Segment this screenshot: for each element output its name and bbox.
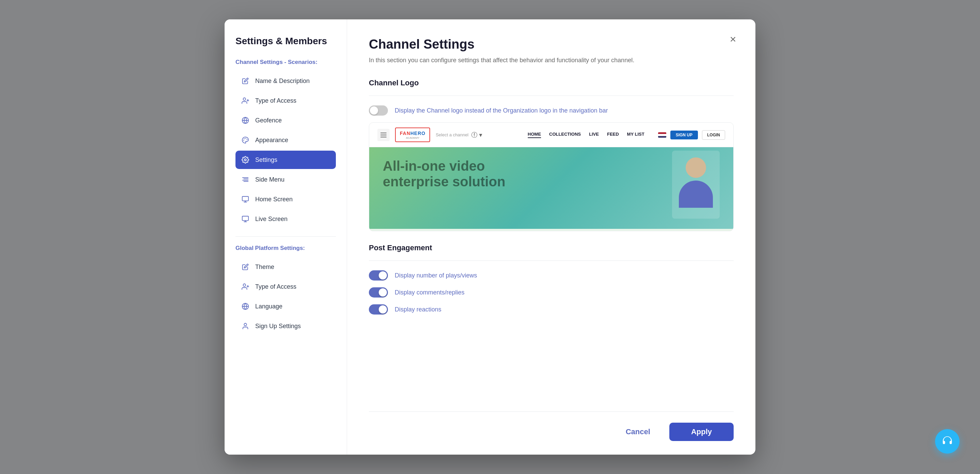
- headset-icon: [942, 436, 953, 447]
- sidebar-item-label: Type of Access: [255, 283, 296, 290]
- person-body: [679, 181, 713, 208]
- svg-point-20: [243, 284, 246, 286]
- preview-hero-person: [672, 151, 720, 219]
- plays-views-toggle[interactable]: [369, 270, 388, 281]
- preview-nav: FANHERO ACADEMY Select a channel ⓕ ▾: [369, 123, 733, 147]
- sidebar-title: Settings & Members: [235, 36, 336, 47]
- channel-logo-toggle-label: Display the Channel logo instead of the …: [395, 107, 608, 114]
- svg-point-7: [244, 138, 244, 139]
- nav-link-mylist: MY LIST: [627, 132, 644, 138]
- sidebar-item-appearance[interactable]: Appearance: [235, 131, 336, 149]
- post-engagement-divider: [369, 260, 733, 261]
- comments-replies-toggle[interactable]: [369, 287, 388, 298]
- sidebar-item-signup-settings[interactable]: Sign Up Settings: [235, 317, 336, 335]
- preview-hamburger-icon: [377, 129, 390, 141]
- logo-fan: FAN: [400, 131, 410, 136]
- preview-hero-text: All-in-one video enterprise solution: [383, 158, 720, 189]
- sidebar-item-type-of-access[interactable]: Type of Access: [235, 92, 336, 110]
- preview-hero-section: All-in-one video enterprise solution: [369, 147, 733, 229]
- hero-line-1: All-in-one video: [383, 158, 720, 174]
- sidebar-item-label: Type of Access: [255, 97, 296, 105]
- svg-rect-17: [242, 216, 248, 221]
- sidebar-item-label: Language: [255, 303, 282, 310]
- channel-icon-placeholder: ⓕ ▾: [471, 131, 482, 139]
- reactions-label: Display reactions: [395, 306, 441, 313]
- language-globe-icon: [241, 302, 250, 311]
- preview-channel-select: Select a channel ⓕ ▾: [436, 131, 482, 139]
- hamburger-lines: [380, 133, 387, 137]
- sidebar-item-label: Live Screen: [255, 216, 288, 223]
- toggle-slider: [369, 287, 388, 298]
- sidebar-item-label: Appearance: [255, 137, 288, 144]
- gear-icon: [241, 155, 250, 164]
- comments-replies-label: Display comments/replies: [395, 289, 465, 296]
- plays-views-label: Display number of plays/views: [395, 272, 477, 279]
- sidebar-item-global-type-of-access[interactable]: Type of Access: [235, 277, 336, 296]
- post-engagement-title: Post Engagement: [369, 243, 733, 252]
- svg-point-6: [247, 140, 247, 140]
- channel-preview-box: FANHERO ACADEMY Select a channel ⓕ ▾: [369, 122, 733, 231]
- cancel-button[interactable]: Cancel: [615, 423, 661, 441]
- sidebar-item-name-description[interactable]: Name & Description: [235, 72, 336, 90]
- sidebar-item-settings[interactable]: Settings: [235, 151, 336, 169]
- sidebar-item-geofence[interactable]: Geofence: [235, 111, 336, 130]
- sidebar-item-language[interactable]: Language: [235, 297, 336, 315]
- toggle-slider: [369, 304, 388, 314]
- support-button[interactable]: [935, 429, 959, 453]
- modal-overlay: Settings & Members Channel Settings - Sc…: [0, 0, 980, 474]
- preview-logo-text: FANHERO ACADEMY: [400, 130, 425, 140]
- modal-title: Channel Settings: [369, 37, 733, 52]
- people-plus-icon: [241, 96, 250, 105]
- svg-point-0: [243, 98, 246, 100]
- hero-line-2: enterprise solution: [383, 174, 720, 189]
- monitor-icon: [241, 195, 250, 204]
- svg-point-25: [244, 323, 247, 326]
- plays-views-toggle-row: Display number of plays/views: [369, 270, 733, 281]
- preview-signup-button: SIGN UP: [670, 131, 698, 140]
- content-area: Channel Logo Display the Channel logo in…: [369, 79, 733, 403]
- sidebar-item-label: Geofence: [255, 117, 282, 124]
- svg-rect-14: [242, 197, 248, 201]
- global-section-label: Global Platform Settings:: [235, 245, 336, 252]
- sidebar-item-label: Name & Description: [255, 78, 310, 85]
- comments-replies-toggle-row: Display comments/replies: [369, 287, 733, 298]
- preview-login-button: LOGIN: [702, 130, 725, 140]
- channel-select-label: Select a channel: [436, 132, 468, 137]
- monitor-play-icon: [241, 214, 250, 224]
- preview-logo-fan-hero: FANHERO: [400, 131, 425, 136]
- nav-link-feed: FEED: [607, 132, 619, 138]
- nav-link-collections: COLLECTIONS: [549, 132, 581, 138]
- sidebar-item-side-menu[interactable]: Side Menu: [235, 170, 336, 189]
- apply-button[interactable]: Apply: [669, 423, 733, 441]
- toggle-slider: [369, 270, 388, 281]
- preview-logo: FANHERO ACADEMY: [395, 127, 430, 142]
- settings-modal: Settings & Members Channel Settings - Sc…: [224, 19, 756, 455]
- reactions-toggle-row: Display reactions: [369, 304, 733, 314]
- close-button[interactable]: ×: [724, 30, 742, 48]
- person-icon: [241, 322, 250, 331]
- theme-pencil-icon: [241, 263, 250, 271]
- channel-logo-toggle-row: Display the Channel logo instead of the …: [369, 105, 733, 116]
- nav-link-live: LIVE: [589, 132, 599, 138]
- channel-logo-toggle[interactable]: [369, 105, 388, 116]
- preview-flag: [658, 132, 666, 138]
- sidebar-item-label: Theme: [255, 263, 274, 271]
- channel-section-label: Channel Settings - Scenarios:: [235, 59, 336, 66]
- modal-subtitle: In this section you can configure settin…: [369, 56, 733, 65]
- sidebar-item-label: Side Menu: [255, 176, 285, 183]
- sidebar-item-theme[interactable]: Theme: [235, 258, 336, 276]
- globe-icon: [241, 116, 250, 125]
- sidebar-item-label: Home Screen: [255, 196, 293, 203]
- logo-hero: HERO: [410, 131, 425, 136]
- sidebar-item-label: Settings: [255, 156, 277, 163]
- pencil-icon: [241, 76, 250, 86]
- svg-point-9: [244, 159, 247, 161]
- sidebar-item-live-screen[interactable]: Live Screen: [235, 210, 336, 228]
- nav-link-home: HOME: [528, 132, 541, 138]
- logo-sub: ACADEMY: [400, 136, 425, 140]
- sidebar-item-home-screen[interactable]: Home Screen: [235, 190, 336, 208]
- list-icon: [241, 175, 250, 184]
- sidebar-divider: [235, 236, 336, 237]
- main-content: × Channel Settings In this section you c…: [347, 19, 756, 455]
- reactions-toggle[interactable]: [369, 304, 388, 314]
